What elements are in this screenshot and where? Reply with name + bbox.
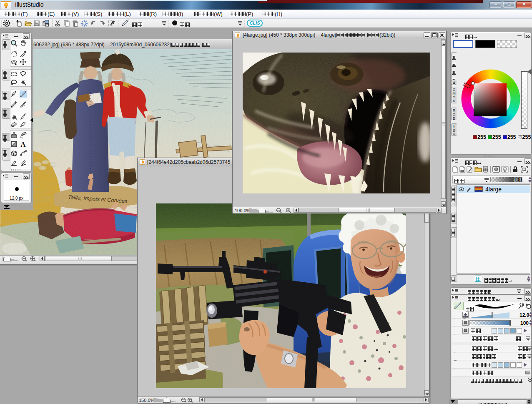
svg-text:A: A — [20, 141, 26, 148]
